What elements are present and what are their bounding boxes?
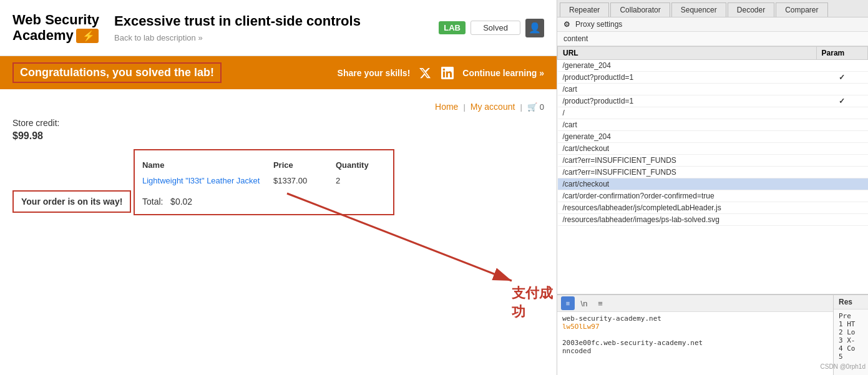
param-cell [816, 107, 867, 119]
param-cell [816, 178, 867, 190]
url-table-row[interactable]: /cart/checkout [558, 178, 868, 190]
url-cell: /resources/labheader/js/completedLabHead… [558, 202, 817, 214]
url-cell: /product?productId=1 [558, 72, 817, 84]
res-line-4: 3 X- [839, 336, 863, 344]
user-icon: 👤 [529, 22, 541, 34]
url-cell: / [558, 107, 817, 119]
raw-icon[interactable]: \n [577, 296, 591, 310]
total-amount: $0.02 [170, 197, 192, 207]
order-table: Name Price Quantity Lightweight "l33t" L… [142, 158, 386, 189]
url-table-row[interactable]: /generate_204 [558, 60, 868, 72]
tab-collaborator[interactable]: Collaborator [610, 2, 670, 17]
logo-text-line1: Web Security [12, 12, 99, 27]
url-table-row[interactable]: /product?productId=1 ✓ [558, 95, 868, 107]
pretty-icon[interactable]: ≡ [561, 296, 575, 310]
col-header-quantity: Quantity [336, 158, 386, 172]
logo-badge: ⚡ [76, 29, 99, 43]
response-toolbar: ≡ \n ≡ [557, 295, 833, 312]
logo-text-line2: Academy [12, 28, 74, 43]
cart-count: 0 [540, 102, 544, 112]
header-title-area: Excessive trust in client-side controls … [114, 13, 439, 42]
param-cell [816, 84, 867, 95]
response-line-1: web-security-academy.net [562, 314, 828, 323]
url-table-row[interactable]: /generate_204 [558, 131, 868, 143]
url-table-row[interactable]: /cart [558, 119, 868, 131]
tab-sequencer[interactable]: Sequencer [671, 2, 726, 17]
param-cell [816, 167, 867, 178]
proxy-settings-bar: ⚙ Proxy settings [557, 17, 868, 32]
response-line-2: lw5OlLw97 [562, 323, 828, 331]
url-table-row[interactable]: /cart?err=INSUFFICIENT_FUNDS [558, 155, 868, 167]
url-cell: /product?productId=1 [558, 95, 817, 107]
home-link[interactable]: Home [435, 102, 458, 112]
product-link[interactable]: Lightweight "l33t" Leather Jacket [142, 176, 260, 185]
url-table-row[interactable]: /cart/order-confirmation?order-confirmed… [558, 190, 868, 202]
res-line-5: 4 Co [839, 344, 863, 353]
content-area: Home | My account | 🛒 0 Store credit: $9… [0, 89, 557, 375]
tab-repeater[interactable]: Repeater [560, 2, 609, 17]
url-table-row[interactable]: / [558, 107, 868, 119]
param-cell [816, 202, 867, 214]
url-table-row[interactable]: /resources/labheader/js/completedLabHead… [558, 202, 868, 214]
param-cell [816, 155, 867, 167]
nav-row: Home | My account | 🛒 0 [12, 102, 544, 112]
table-row: Lightweight "l33t" Leather Jacket $1337.… [142, 172, 386, 189]
tab-comparer[interactable]: Comparer [776, 2, 827, 17]
linkedin-icon[interactable] [440, 66, 455, 80]
burp-panel: Repeater Collaborator Sequencer Decoder … [557, 0, 868, 375]
url-table-row[interactable]: /cart [558, 84, 868, 95]
url-table-row[interactable]: /cart?err=INSUFFICIENT_FUNDS [558, 167, 868, 178]
share-label: Share your skills! [338, 68, 411, 78]
user-icon-button[interactable]: 👤 [525, 19, 544, 37]
logo: Web Security Academy ⚡ [12, 12, 99, 43]
url-table-row[interactable]: /cart/checkout [558, 143, 868, 155]
url-col-header: URL [558, 47, 817, 60]
burp-tabs-bar: Repeater Collaborator Sequencer Decoder … [557, 0, 868, 17]
logo-icon: ⚡ [82, 30, 95, 42]
twitter-icon[interactable] [417, 66, 432, 80]
url-cell: /cart?err=INSUFFICIENT_FUNDS [558, 167, 817, 178]
url-table-container: URL Param /generate_204 /product?product… [557, 46, 868, 294]
order-notice: Your order is on its way! [12, 190, 131, 213]
response-line-4: 2003e00fc.web-security-academy.net [562, 339, 828, 347]
page-header: Web Security Academy ⚡ Excessive trust i… [0, 0, 557, 56]
url-cell: /cart?err=INSUFFICIENT_FUNDS [558, 155, 817, 167]
param-cell: ✓ [816, 95, 867, 107]
lab-status-area: LAB Solved 👤 [439, 19, 544, 37]
url-cell: /cart/checkout [558, 178, 817, 190]
param-cell: ✓ [816, 72, 867, 84]
url-table-row[interactable]: /product?productId=1 ✓ [558, 72, 868, 84]
url-cell: /generate_204 [558, 60, 817, 72]
res-line-2: 1 HT [839, 320, 863, 328]
url-cell: /cart/checkout [558, 143, 817, 155]
hex-icon[interactable]: ≡ [593, 296, 607, 310]
back-to-lab-link[interactable]: Back to lab description » [114, 33, 203, 42]
cart-icon: 🛒 [527, 102, 537, 112]
tab-decoder[interactable]: Decoder [728, 2, 774, 17]
col-header-name: Name [142, 158, 273, 172]
product-quantity-cell: 2 [336, 172, 386, 189]
param-cell [816, 119, 867, 131]
url-cell: /cart [558, 119, 817, 131]
col-header-price: Price [273, 158, 336, 172]
proxy-settings-label[interactable]: Proxy settings [575, 20, 622, 29]
nav-separator2: | [520, 102, 522, 112]
res-line-6: 5 [839, 353, 863, 361]
order-table-wrapper: Name Price Quantity Lightweight "l33t" L… [134, 149, 394, 215]
cart-icon-area[interactable]: 🛒 0 [527, 102, 544, 112]
share-area: Share your skills! Continue learning » [338, 66, 544, 80]
my-account-link[interactable]: My account [471, 102, 515, 112]
continue-learning-link[interactable]: Continue learning » [462, 68, 544, 78]
url-table-row[interactable]: /resources/labheader/images/ps-lab-solve… [558, 214, 868, 226]
store-credit-amount: $99.98 [12, 130, 544, 142]
response-line-5: nncoded [562, 347, 828, 355]
lab-badge: LAB [439, 21, 466, 34]
intercept-content-label: content [557, 32, 868, 46]
param-cell [816, 190, 867, 202]
param-col-header: Param [816, 47, 867, 60]
solved-badge: Solved [471, 21, 520, 35]
gear-icon: ⚙ [563, 20, 570, 29]
url-cell: /resources/labheader/images/ps-lab-solve… [558, 214, 817, 226]
param-cell [816, 143, 867, 155]
response-text: web-security-academy.net lw5OlLw97 2003e… [557, 312, 833, 375]
